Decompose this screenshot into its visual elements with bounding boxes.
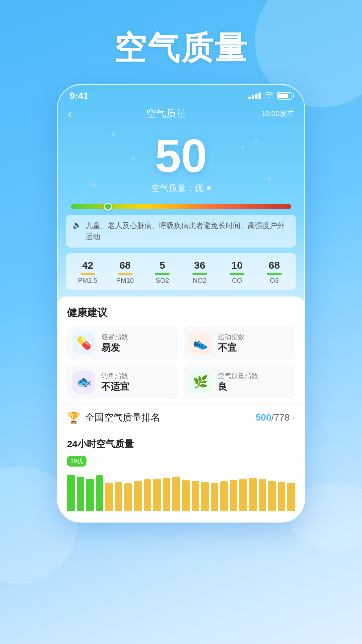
pollutant-so2-label: SO2: [144, 277, 181, 284]
ranking-chevron-icon: ›: [292, 413, 295, 422]
health-item-fishing[interactable]: 🐟 钓鱼指数 不适宜: [67, 365, 178, 399]
phone-mockup: 9:41 ‹ 空气质量 10:00发布: [57, 84, 305, 523]
aqi-progress-bar: [71, 204, 291, 209]
health-item-cold[interactable]: 💊 感冒指数 易发: [67, 326, 178, 360]
pollutant-o3: 68 O3: [256, 260, 293, 284]
pollutant-so2-value: 5: [144, 260, 181, 271]
airquality-icon-wrap: 🌿: [189, 371, 212, 393]
pollutant-pm25: 42 PM2.5: [69, 260, 106, 284]
exercise-icon-wrap: 👟: [189, 332, 212, 355]
chart-bar-23: [287, 483, 295, 511]
chart-bar-9: [153, 479, 161, 511]
cold-status: 易发: [101, 341, 128, 354]
ranking-left: 🏆 全国空气质量排名: [67, 411, 160, 424]
ranking-label: 全国空气质量排名: [85, 411, 160, 424]
chart-bar-13: [192, 481, 199, 511]
pollutant-no2: 36 NO2: [181, 260, 218, 284]
cold-info: 感冒指数 易发: [101, 332, 128, 354]
chart-bar-0: [67, 475, 75, 511]
chart-bar-4: [105, 483, 113, 511]
aqi-status-dot: [207, 186, 211, 190]
ranking-current: 500: [256, 412, 272, 423]
health-item-exercise[interactable]: 👟 运动指数 不宜: [184, 326, 295, 360]
health-section-title: 健康建议: [67, 306, 295, 320]
aqi-section: 50 空气质量：优: [58, 126, 304, 197]
status-icons: [248, 92, 292, 100]
status-bar: 9:41: [58, 85, 304, 104]
pollutant-o3-bar: [267, 273, 282, 275]
ranking-total: 778: [274, 412, 290, 423]
aqi-label: 空气质量：优: [58, 182, 304, 194]
pollutant-pm25-bar: [80, 273, 95, 275]
chart-bar-16: [220, 481, 228, 511]
airquality-status: 良: [218, 380, 258, 393]
warning-box: 🔈 儿童、老人及心脏病、呼吸疾病患者避免长时间、高强度户外运动: [66, 215, 296, 248]
warning-text: 儿童、老人及心脏病、呼吸疾病患者避免长时间、高强度户外运动: [85, 220, 290, 242]
fishing-info: 钓鱼指数 不适宜: [101, 371, 129, 393]
pollutant-pm10-bar: [118, 273, 132, 275]
chart-bar-10: [163, 478, 171, 511]
aqi-progress-container: [58, 197, 304, 215]
chart-bar-11: [172, 477, 180, 511]
chart-section: 24小时空气质量 39优: [58, 431, 304, 514]
progress-indicator: [104, 203, 112, 211]
pollutant-so2-bar: [155, 273, 170, 275]
wifi-icon: [264, 92, 274, 100]
nav-title: 空气质量: [146, 107, 186, 120]
chart-bar-14: [201, 482, 209, 511]
chart-title: 24小时空气质量: [67, 438, 295, 450]
health-grid: 💊 感冒指数 易发 👟 运动指数 不宜: [67, 326, 295, 399]
exercise-icon: 👟: [193, 336, 208, 350]
airquality-info: 空气质量指数 良: [218, 371, 258, 393]
pollutant-so2: 5 SO2: [144, 260, 181, 284]
fishing-status: 不适宜: [101, 380, 129, 393]
chart-bar-5: [115, 482, 123, 511]
white-card: 健康建议 💊 感冒指数 易发 👟 运动指数: [58, 297, 304, 522]
chart-bar-8: [144, 479, 152, 511]
airquality-icon: 🌿: [193, 375, 208, 389]
pollutant-co: 10 CO: [218, 260, 255, 284]
ranking-value: 500/778: [256, 412, 290, 423]
ranking-icon: 🏆: [67, 411, 80, 424]
signal-icon: [248, 93, 261, 99]
cold-icon-wrap: 💊: [72, 332, 95, 355]
pollutant-pm10-label: PM10: [106, 277, 143, 284]
chart-bar-22: [278, 482, 286, 511]
fishing-icon-wrap: 🐟: [72, 371, 95, 393]
chart-bar-3: [96, 475, 104, 511]
pollutant-no2-value: 36: [181, 260, 218, 271]
chart-bar-15: [211, 483, 219, 511]
health-section: 健康建议 💊 感冒指数 易发 👟 运动指数: [58, 297, 304, 405]
pollutant-no2-bar: [192, 273, 207, 275]
chart-bar-1: [77, 477, 84, 511]
airquality-type: 空气质量指数: [218, 371, 258, 380]
chart-bar-19: [249, 478, 257, 511]
chart-bar-2: [86, 479, 94, 511]
chart-bar-17: [230, 480, 238, 511]
chart-bar-6: [124, 483, 132, 511]
pollutant-pm10-value: 68: [106, 260, 143, 271]
chart-bar-20: [259, 479, 266, 511]
back-button[interactable]: ‹: [68, 107, 71, 120]
chart-bar-18: [239, 479, 247, 511]
battery-icon: [277, 92, 292, 100]
health-item-airquality[interactable]: 🌿 空气质量指数 良: [184, 365, 295, 399]
warning-speaker-icon: 🔈: [72, 221, 81, 229]
chart-bar-7: [134, 481, 142, 511]
pollutant-co-bar: [230, 273, 244, 275]
cold-type: 感冒指数: [101, 332, 128, 341]
cold-icon: 💊: [76, 336, 92, 350]
aqi-value: 50: [58, 132, 304, 179]
ranking-section[interactable]: 🏆 全国空气质量排名 500/778 ›: [58, 405, 304, 431]
pollutants-section: 42 PM2.5 68 PM10 5 SO2 36 NO2 10 CO 68 O…: [66, 253, 296, 290]
ranking-right: 500/778 ›: [256, 412, 295, 423]
chart-bar-12: [182, 480, 190, 511]
pollutant-pm25-label: PM2.5: [69, 277, 106, 284]
status-time: 9:41: [70, 91, 88, 101]
pollutant-pm25-value: 42: [69, 260, 106, 271]
fishing-icon: 🐟: [76, 375, 92, 389]
nav-bar: ‹ 空气质量 10:00发布: [58, 104, 304, 126]
publish-time: 10:00发布: [261, 109, 294, 119]
pollutant-co-label: CO: [218, 277, 255, 284]
chart-bars: [67, 471, 295, 511]
